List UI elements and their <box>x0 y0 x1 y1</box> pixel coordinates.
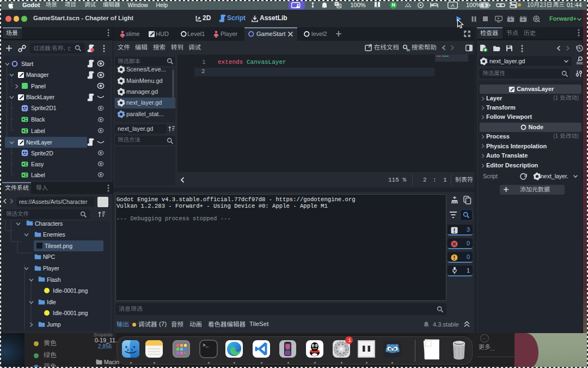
svg-text:DOC: DOC <box>577 62 583 65</box>
svg-text:DOC: DOC <box>407 49 410 52</box>
svg-text:>_: >_ <box>203 343 209 348</box>
svg-text:A: A <box>338 4 341 8</box>
svg-text:A: A <box>451 2 455 8</box>
